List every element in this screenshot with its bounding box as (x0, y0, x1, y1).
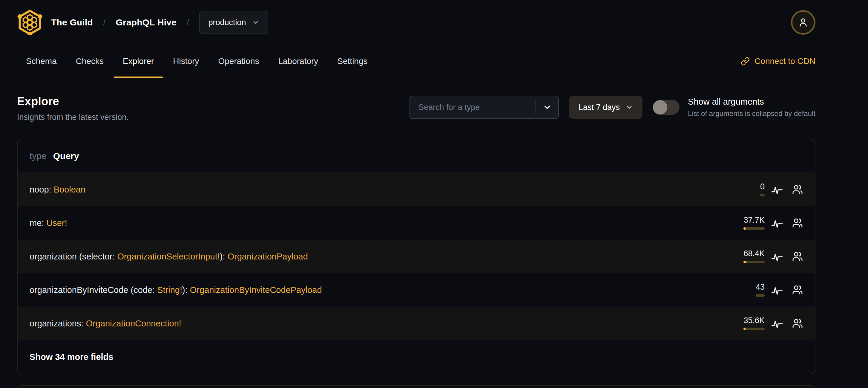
cdn-link-label: Connect to CDN (754, 57, 815, 66)
usage-bar (743, 328, 765, 330)
hive-logo-icon[interactable] (17, 9, 43, 35)
app-root: The Guild / GraphQL Hive / production Sc… (0, 0, 868, 388)
clients-icon[interactable] (792, 250, 804, 263)
activity-icon[interactable] (771, 183, 783, 196)
field-text: ): (182, 285, 190, 295)
usage-bar (743, 261, 765, 263)
field-stats: 68.4K (743, 249, 804, 263)
show-more-fields-button[interactable]: Show 34 more fields (18, 340, 815, 374)
field-text: organizations: (30, 319, 86, 328)
tab-settings[interactable]: Settings (328, 45, 376, 78)
tab-checks[interactable]: Checks (67, 45, 113, 78)
page-title-block: Explore Insights from the latest version… (17, 95, 129, 122)
field-row[interactable]: organizations: OrganizationConnection! 3… (18, 307, 815, 340)
usage-bar (743, 227, 765, 230)
request-count: 35.6K (743, 317, 765, 330)
next-type-card (17, 385, 815, 388)
period-selector[interactable]: Last 7 days (569, 96, 643, 119)
field-text: ): (220, 252, 227, 261)
usage-bar-fill (743, 261, 746, 263)
page-subtitle: Insights from the latest version. (17, 113, 129, 122)
field-signature: me: User! (30, 218, 67, 228)
tab-history[interactable]: History (164, 45, 208, 78)
page-head: Explore Insights from the latest version… (17, 95, 815, 122)
search-dropdown-button[interactable] (536, 96, 558, 118)
toggle-label: Show all arguments (688, 97, 815, 107)
clients-icon[interactable] (792, 217, 804, 229)
type-card-header: type Query (18, 139, 815, 173)
type-link[interactable]: Boolean (54, 185, 86, 194)
user-icon (798, 17, 809, 28)
field-text: me: (30, 218, 46, 228)
request-count: 68.4K (743, 249, 765, 263)
chevron-down-icon (252, 19, 259, 26)
breadcrumb-project[interactable]: GraphQL Hive (116, 17, 177, 28)
type-link[interactable]: OrganizationPayload (227, 252, 308, 261)
avatar[interactable] (791, 10, 815, 35)
target-selector-value: production (208, 18, 246, 27)
type-link[interactable]: OrganizationSelectorInput! (117, 252, 220, 261)
request-count-value: 37.7K (743, 216, 765, 224)
clients-icon[interactable] (792, 183, 804, 196)
field-signature: organizations: OrganizationConnection! (30, 319, 181, 329)
header: The Guild / GraphQL Hive / production (0, 0, 868, 45)
period-label: Last 7 days (579, 103, 620, 112)
request-count-value: 0 (760, 183, 765, 191)
tab-schema[interactable]: Schema (17, 45, 66, 78)
field-row[interactable]: organization (selector: OrganizationSele… (18, 240, 815, 273)
type-link[interactable]: User! (46, 218, 67, 228)
field-signature: noop: Boolean (30, 185, 86, 195)
field-stats: 35.6K (743, 317, 804, 330)
usage-bar (760, 194, 765, 197)
field-text: organization (selector: (30, 252, 117, 261)
field-row[interactable]: noop: Boolean 0 (18, 173, 815, 206)
field-stats: 43 (756, 283, 804, 297)
usage-bar-fill (743, 227, 745, 230)
toggle-description: List of arguments is collapsed by defaul… (688, 110, 815, 118)
field-stats: 0 (760, 183, 804, 197)
clients-icon[interactable] (792, 318, 804, 329)
breadcrumb-separator: / (187, 17, 189, 28)
tab-operations[interactable]: Operations (209, 45, 268, 78)
tab-explorer[interactable]: Explorer (114, 45, 163, 78)
field-text: noop: (30, 185, 54, 194)
usage-bar (756, 294, 765, 297)
type-link[interactable]: OrganizationByInviteCodePayload (190, 285, 322, 295)
type-card: type Query noop: Boolean 0 (17, 139, 815, 374)
request-count: 0 (760, 183, 765, 197)
breadcrumb-separator: / (103, 17, 105, 28)
chevron-down-icon (626, 104, 633, 111)
tab-laboratory[interactable]: Laboratory (269, 45, 327, 78)
clients-icon[interactable] (792, 284, 804, 296)
activity-icon[interactable] (771, 250, 783, 263)
activity-icon[interactable] (771, 318, 783, 329)
field-signature: organization (selector: OrganizationSele… (30, 252, 308, 262)
field-list: noop: Boolean 0 me: User! (18, 173, 815, 340)
type-search-box (409, 96, 559, 119)
target-selector[interactable]: production (199, 11, 268, 34)
type-link[interactable]: String! (157, 285, 182, 295)
search-input[interactable] (410, 103, 535, 112)
request-count: 43 (756, 283, 765, 297)
breadcrumb-org[interactable]: The Guild (51, 17, 93, 28)
page-title: Explore (17, 95, 129, 108)
tab-nav: SchemaChecksExplorerHistoryOperationsLab… (17, 45, 377, 78)
field-stats: 37.7K (743, 216, 804, 230)
field-row[interactable]: organizationByInviteCode (code: String!)… (18, 273, 815, 307)
type-kind-label: type (30, 151, 46, 161)
activity-icon[interactable] (771, 217, 783, 229)
field-row[interactable]: me: User! 37.7K (18, 206, 815, 240)
request-count-value: 43 (756, 283, 765, 291)
activity-icon[interactable] (771, 284, 783, 296)
explorer-controls: Last 7 days Show all arguments List of a… (409, 96, 815, 119)
field-signature: organizationByInviteCode (code: String!)… (30, 285, 322, 295)
request-count-value: 68.4K (743, 249, 765, 258)
breadcrumb: The Guild / GraphQL Hive / production (51, 11, 268, 34)
connect-to-cdn-link[interactable]: Connect to CDN (741, 45, 815, 78)
link-icon (741, 57, 750, 66)
toggle-text-block: Show all arguments List of arguments is … (688, 97, 815, 118)
show-arguments-toggle[interactable] (653, 100, 680, 115)
field-text: organizationByInviteCode (code: (30, 285, 157, 295)
type-link[interactable]: OrganizationConnection! (86, 319, 181, 328)
request-count: 37.7K (743, 216, 765, 230)
